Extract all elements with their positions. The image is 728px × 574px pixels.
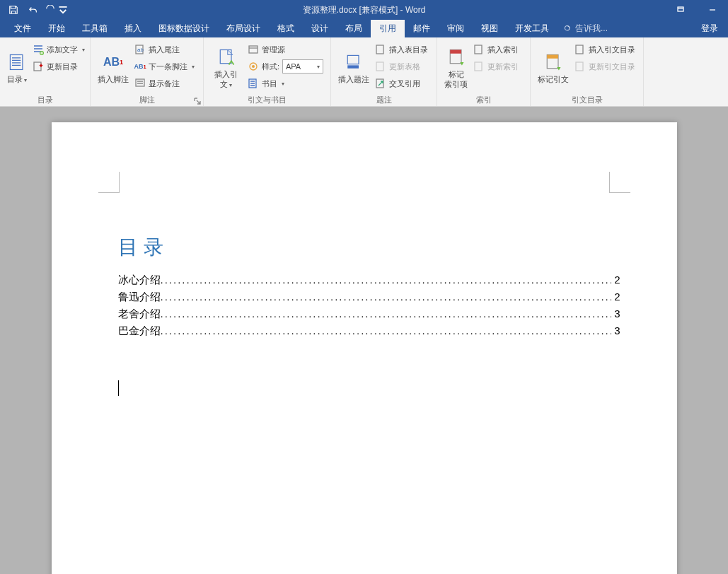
toc-entry[interactable]: 冰心介绍2 — [118, 274, 620, 287]
manage-sources-button[interactable]: 管理源 — [245, 42, 326, 57]
tab-review[interactable]: 审阅 — [439, 20, 473, 37]
update-index-label: 更新索引 — [487, 62, 519, 72]
citation-icon — [216, 47, 236, 67]
insert-toa-label: 插入引文目录 — [589, 45, 635, 55]
bibliography-button[interactable]: 书目▾ — [245, 76, 326, 91]
toc-entry-page: 3 — [611, 308, 620, 320]
svg-rect-20 — [475, 45, 482, 54]
crop-mark-tl — [98, 172, 120, 193]
svg-text:ab: ab — [137, 47, 144, 53]
tab-design[interactable]: 设计 — [303, 20, 337, 37]
toc-entry[interactable]: 巴金介绍3 — [118, 324, 620, 338]
toc-leader — [161, 324, 612, 336]
next-footnote-button[interactable]: AB1 下一条脚注▾ — [132, 59, 197, 74]
svg-rect-4 — [34, 62, 41, 71]
svg-rect-19 — [450, 50, 461, 54]
footnote-icon: AB1 — [103, 52, 123, 72]
login-button[interactable]: 登录 — [691, 20, 728, 37]
svg-rect-9 — [249, 46, 258, 53]
window-title: 资源整理.docx [兼容模式] - Word — [303, 4, 426, 16]
insert-citation-label: 插入引文 — [214, 70, 238, 88]
save-button[interactable] — [4, 1, 23, 18]
tab-file[interactable]: 文件 — [6, 20, 40, 37]
page[interactable]: 目录 冰心介绍2 鲁迅介绍2 老舍介绍3 巴金介绍3 — [52, 122, 677, 574]
add-text-button[interactable]: 添加文字▾ — [30, 42, 88, 57]
mark-entry-label2: 索引项 — [444, 80, 468, 88]
insert-toa-button[interactable]: 插入引文目录 — [572, 42, 638, 57]
insert-footnote-label: 插入脚注 — [98, 75, 129, 84]
insert-caption-button[interactable]: 插入题注 — [335, 40, 372, 96]
tab-toolbox[interactable]: 工具箱 — [74, 20, 116, 37]
toc-entry[interactable]: 鲁迅介绍2 — [118, 291, 620, 304]
update-index-button: 更新索引 — [470, 59, 521, 74]
minimize-button[interactable] — [696, 0, 728, 20]
tab-insert[interactable]: 插入 — [116, 20, 150, 37]
next-footnote-icon: AB1 — [134, 61, 146, 72]
insert-index-label: 插入索引 — [487, 45, 519, 55]
redo-button[interactable] — [44, 1, 57, 18]
cross-ref-button[interactable]: 交叉引用 — [372, 76, 431, 91]
toc-entry-text: 巴金介绍 — [118, 324, 161, 338]
update-tables-label: 更新表格 — [389, 62, 420, 72]
text-cursor — [118, 380, 119, 396]
tab-home[interactable]: 开始 — [40, 20, 74, 37]
insert-index-icon — [473, 44, 485, 55]
update-toc-label: 更新目录 — [47, 62, 78, 72]
document-area[interactable]: 目录 冰心介绍2 鲁迅介绍2 老舍介绍3 巴金介绍3 — [0, 107, 728, 574]
ribbon-display-options[interactable] — [664, 0, 696, 20]
citation-style-select[interactable]: 样式: APA▾ — [245, 59, 326, 74]
svg-rect-21 — [475, 62, 482, 71]
toc-entry[interactable]: 老舍介绍3 — [118, 308, 620, 321]
crop-mark-tr — [609, 172, 630, 193]
toc-button[interactable]: 目录▾ — [4, 40, 30, 96]
style-value: APA — [286, 62, 301, 71]
toc-leader — [161, 291, 612, 303]
group-index-label: 索引 — [437, 95, 530, 105]
tab-references[interactable]: 引用 — [371, 20, 405, 37]
footnotes-launcher[interactable] — [194, 98, 201, 105]
style-icon — [248, 61, 259, 72]
tell-me-label: 告诉我... — [575, 23, 608, 35]
update-toa-button: 更新引文目录 — [572, 59, 638, 74]
endnote-icon: ab — [134, 44, 146, 55]
update-tables-icon — [375, 61, 386, 72]
cross-ref-icon — [375, 78, 386, 89]
insert-citation-button[interactable]: 插入引文▾ — [208, 40, 245, 96]
toc-leader — [161, 308, 612, 320]
svg-rect-23 — [547, 54, 558, 58]
tab-layout[interactable]: 布局 — [337, 20, 371, 37]
qat-customize[interactable] — [58, 1, 68, 18]
tell-me-search[interactable]: 告诉我... — [557, 20, 608, 37]
insert-endnote-button[interactable]: ab 插入尾注 — [132, 42, 197, 57]
group-captions-label: 题注 — [331, 95, 437, 105]
insert-index-button[interactable]: 插入索引 — [470, 42, 521, 57]
toc-entry-text: 老舍介绍 — [118, 308, 161, 321]
mark-citation-label: 标记引文 — [538, 75, 569, 84]
mark-index-entry-button[interactable]: 标记索引项 — [441, 40, 470, 96]
tab-layout-design[interactable]: 布局设计 — [218, 20, 269, 37]
tab-developer[interactable]: 开发工具 — [507, 20, 557, 37]
tab-format[interactable]: 格式 — [269, 20, 303, 37]
update-toa-label: 更新引文目录 — [589, 62, 635, 72]
tab-view[interactable]: 视图 — [473, 20, 507, 37]
mark-citation-button[interactable]: 标记引文 — [535, 40, 572, 96]
svg-point-11 — [252, 65, 255, 68]
update-toc-button[interactable]: 更新目录 — [30, 59, 88, 74]
caption-icon — [344, 52, 364, 72]
bibliography-icon — [248, 78, 259, 89]
update-toc-icon — [33, 61, 44, 72]
svg-rect-13 — [347, 55, 359, 64]
insert-tof-button[interactable]: 插入表目录 — [372, 42, 431, 57]
toc-leader — [161, 274, 612, 286]
toc-heading[interactable]: 目录 — [118, 234, 620, 261]
group-toc-label: 目录 — [0, 95, 90, 105]
tab-icon-data-design[interactable]: 图标数据设计 — [150, 20, 218, 37]
svg-rect-14 — [347, 65, 359, 68]
mark-citation-icon — [543, 52, 563, 72]
insert-footnote-button[interactable]: AB1 插入脚注 — [95, 40, 132, 96]
toc-entry-text: 冰心介绍 — [118, 274, 161, 287]
undo-button[interactable] — [24, 1, 42, 18]
tab-mailings[interactable]: 邮件 — [405, 20, 439, 37]
show-notes-button[interactable]: 显示备注 — [132, 76, 197, 91]
group-citations-label: 引文与书目 — [204, 95, 330, 105]
